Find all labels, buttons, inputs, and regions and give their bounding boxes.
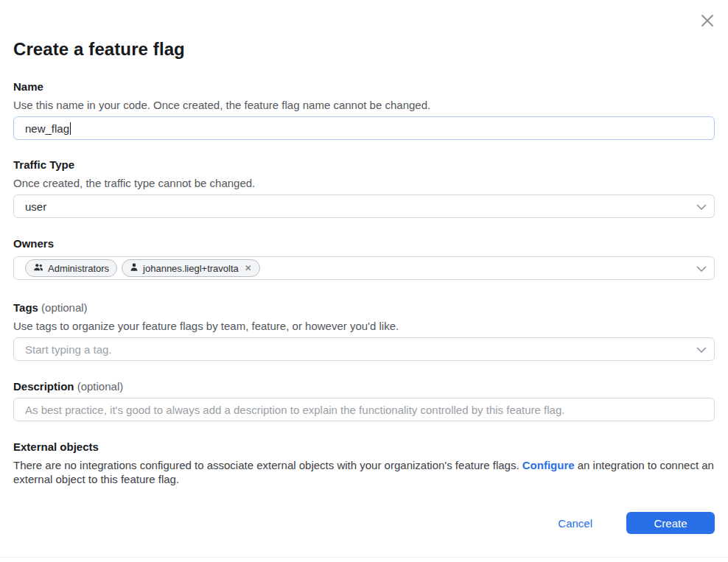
modal-title: Create a feature flag [13, 0, 715, 60]
owners-label: Owners [13, 236, 715, 251]
configure-link[interactable]: Configure [522, 459, 575, 471]
tags-label-text: Tags [13, 301, 38, 314]
modal-footer: Cancel Create [558, 512, 715, 534]
bottom-divider [0, 557, 728, 558]
traffic-type-help-text: Once created, the traffic type cannot be… [13, 176, 715, 191]
traffic-type-label: Traffic Type [13, 158, 715, 172]
external-objects-text-before: There are no integrations configured to … [13, 459, 522, 471]
owners-section: Owners Administrators [13, 236, 715, 280]
description-input[interactable] [13, 398, 715, 421]
tags-input[interactable]: Start typing a tag. [13, 337, 715, 361]
owner-chip-administrators[interactable]: Administrators [25, 259, 117, 277]
close-icon [699, 13, 715, 31]
description-label: Description (optional) [13, 379, 715, 394]
description-label-text: Description [13, 380, 74, 393]
external-objects-label: External objects [13, 440, 715, 454]
chevron-down-icon [696, 200, 707, 213]
owners-chips: Administrators johannes.liegl+travolta ✕ [25, 259, 260, 277]
owner-chip-label: johannes.liegl+travolta [143, 263, 239, 274]
external-objects-section: External objects There are no integratio… [13, 440, 715, 486]
traffic-type-select[interactable]: user [13, 194, 715, 218]
cancel-button[interactable]: Cancel [558, 517, 592, 530]
name-section: Name Use this name in your code. Once cr… [13, 80, 715, 140]
chevron-down-icon [696, 343, 707, 356]
description-optional-text: (optional) [77, 380, 124, 393]
close-button[interactable] [698, 12, 717, 31]
tags-placeholder: Start typing a tag. [25, 343, 112, 356]
remove-owner-icon[interactable]: ✕ [245, 264, 252, 273]
chevron-down-icon [696, 262, 707, 275]
text-caret [70, 122, 71, 135]
name-input-value: new_flag [25, 122, 69, 135]
tags-optional-text: (optional) [41, 301, 88, 314]
description-section: Description (optional) [13, 379, 715, 421]
traffic-type-selected-value: user [25, 200, 46, 213]
owners-select[interactable]: Administrators johannes.liegl+travolta ✕ [13, 256, 715, 280]
person-icon [130, 262, 139, 274]
name-label: Name [13, 80, 715, 94]
group-icon [33, 262, 43, 274]
owner-chip-user[interactable]: johannes.liegl+travolta ✕ [122, 259, 260, 277]
tags-label: Tags (optional) [13, 301, 715, 315]
name-input[interactable]: new_flag [13, 116, 715, 140]
owner-chip-label: Administrators [48, 263, 109, 274]
name-help-text: Use this name in your code. Once created… [13, 98, 715, 113]
tags-section: Tags (optional) Use tags to organize you… [13, 301, 715, 361]
traffic-type-section: Traffic Type Once created, the traffic t… [13, 158, 715, 218]
create-button[interactable]: Create [626, 512, 715, 534]
external-objects-text: There are no integrations configured to … [13, 458, 715, 486]
create-feature-flag-modal: Create a feature flag Name Use this name… [0, 0, 728, 562]
tags-help-text: Use tags to organize your feature flags … [13, 319, 715, 334]
